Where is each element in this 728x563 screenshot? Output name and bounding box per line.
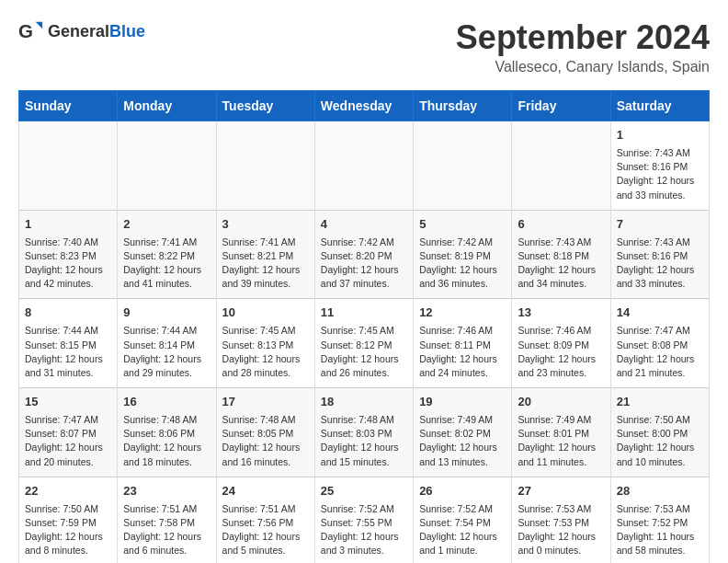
calendar-cell: 24Sunrise: 7:51 AMSunset: 7:56 PMDayligh… <box>216 477 314 563</box>
calendar-cell: 28Sunrise: 7:53 AMSunset: 7:52 PMDayligh… <box>610 477 709 563</box>
daylight-text: Daylight: 12 hours and 3 minutes. <box>321 531 399 556</box>
sunset-text: Sunset: 8:03 PM <box>321 428 392 439</box>
daylight-text: Daylight: 12 hours and 11 minutes. <box>518 442 596 466</box>
sunrise-text: Sunrise: 7:44 AM <box>123 325 197 336</box>
day-number: 19 <box>419 394 506 411</box>
day-number: 17 <box>222 394 309 411</box>
calendar-cell <box>414 121 512 211</box>
daylight-text: Daylight: 12 hours and 39 minutes. <box>222 264 301 289</box>
sunset-text: Sunset: 8:11 PM <box>419 339 491 350</box>
daylight-text: Daylight: 12 hours and 36 minutes. <box>419 264 497 289</box>
day-number: 8 <box>25 304 111 322</box>
calendar-cell: 14Sunrise: 7:47 AMSunset: 8:08 PMDayligh… <box>610 299 709 388</box>
logo-icon: G <box>18 18 44 44</box>
daylight-text: Daylight: 12 hours and 23 minutes. <box>518 353 596 378</box>
sunset-text: Sunset: 8:15 PM <box>25 339 97 350</box>
sunset-text: Sunset: 8:21 PM <box>222 250 294 261</box>
column-header-sunday: Sunday <box>19 91 118 121</box>
calendar-cell: 1Sunrise: 7:40 AMSunset: 8:23 PMDaylight… <box>19 210 118 299</box>
calendar-table: SundayMondayTuesdayWednesdayThursdayFrid… <box>18 90 710 563</box>
calendar-cell: 19Sunrise: 7:49 AMSunset: 8:02 PMDayligh… <box>414 388 512 477</box>
sunset-text: Sunset: 7:58 PM <box>123 517 195 528</box>
calendar-cell: 5Sunrise: 7:42 AMSunset: 8:19 PMDaylight… <box>414 210 512 299</box>
day-number: 28 <box>617 483 703 500</box>
daylight-text: Daylight: 12 hours and 10 minutes. <box>617 442 695 466</box>
day-number: 12 <box>419 304 506 322</box>
sunset-text: Sunset: 8:14 PM <box>123 339 195 350</box>
location-title: Valleseco, Canary Islands, Spain <box>456 59 710 75</box>
sunrise-text: Sunrise: 7:50 AM <box>617 414 690 425</box>
day-number: 5 <box>419 216 506 234</box>
day-number: 25 <box>321 483 407 500</box>
daylight-text: Daylight: 12 hours and 1 minute. <box>419 531 497 556</box>
sunrise-text: Sunrise: 7:49 AM <box>518 414 591 425</box>
calendar-cell: 23Sunrise: 7:51 AMSunset: 7:58 PMDayligh… <box>118 477 216 563</box>
daylight-text: Daylight: 12 hours and 0 minutes. <box>518 531 596 556</box>
calendar-cell <box>118 121 216 211</box>
sunset-text: Sunset: 8:01 PM <box>518 428 589 439</box>
sunset-text: Sunset: 8:07 PM <box>25 428 97 439</box>
daylight-text: Daylight: 12 hours and 18 minutes. <box>123 442 201 466</box>
day-number: 14 <box>617 304 703 322</box>
sunset-text: Sunset: 7:53 PM <box>518 517 589 528</box>
column-header-thursday: Thursday <box>414 91 512 121</box>
sunrise-text: Sunrise: 7:53 AM <box>518 503 591 514</box>
calendar-header-row: SundayMondayTuesdayWednesdayThursdayFrid… <box>19 91 710 121</box>
calendar-week-row: 22Sunrise: 7:50 AMSunset: 7:59 PMDayligh… <box>19 477 710 563</box>
sunset-text: Sunset: 8:18 PM <box>518 250 589 261</box>
sunrise-text: Sunrise: 7:43 AM <box>617 147 690 158</box>
calendar-week-row: 15Sunrise: 7:47 AMSunset: 8:07 PMDayligh… <box>19 388 710 477</box>
sunrise-text: Sunrise: 7:41 AM <box>222 236 296 247</box>
daylight-text: Daylight: 12 hours and 16 minutes. <box>222 442 301 466</box>
calendar-cell: 18Sunrise: 7:48 AMSunset: 8:03 PMDayligh… <box>314 388 413 477</box>
sunrise-text: Sunrise: 7:40 AM <box>25 236 98 247</box>
calendar-cell: 1Sunrise: 7:43 AMSunset: 8:16 PMDaylight… <box>610 121 709 211</box>
daylight-text: Daylight: 12 hours and 13 minutes. <box>419 442 497 466</box>
sunrise-text: Sunrise: 7:46 AM <box>419 325 493 336</box>
sunset-text: Sunset: 8:02 PM <box>419 428 491 439</box>
page-header: G GeneralBlue September 2024 Valleseco, … <box>18 18 710 75</box>
day-number: 23 <box>123 483 210 500</box>
day-number: 1 <box>617 127 703 144</box>
sunset-text: Sunset: 8:22 PM <box>123 250 195 261</box>
daylight-text: Daylight: 12 hours and 5 minutes. <box>222 531 301 556</box>
sunrise-text: Sunrise: 7:48 AM <box>123 414 197 425</box>
calendar-cell: 22Sunrise: 7:50 AMSunset: 7:59 PMDayligh… <box>19 477 118 563</box>
calendar-cell: 13Sunrise: 7:46 AMSunset: 8:09 PMDayligh… <box>512 299 610 388</box>
daylight-text: Daylight: 12 hours and 41 minutes. <box>123 264 201 289</box>
sunrise-text: Sunrise: 7:41 AM <box>123 236 197 247</box>
daylight-text: Daylight: 12 hours and 28 minutes. <box>222 353 301 378</box>
sunrise-text: Sunrise: 7:50 AM <box>25 503 98 514</box>
sunrise-text: Sunrise: 7:51 AM <box>222 503 296 514</box>
day-number: 20 <box>518 394 604 411</box>
day-number: 22 <box>25 483 111 500</box>
sunrise-text: Sunrise: 7:48 AM <box>321 414 394 425</box>
svg-marker-1 <box>36 22 42 29</box>
month-title: September 2024 <box>456 18 710 57</box>
sunrise-text: Sunrise: 7:45 AM <box>222 325 296 336</box>
daylight-text: Daylight: 12 hours and 24 minutes. <box>419 353 497 378</box>
sunset-text: Sunset: 7:54 PM <box>419 517 491 528</box>
calendar-cell: 12Sunrise: 7:46 AMSunset: 8:11 PMDayligh… <box>414 299 512 388</box>
column-header-friday: Friday <box>512 91 610 121</box>
daylight-text: Daylight: 12 hours and 34 minutes. <box>518 264 596 289</box>
calendar-cell: 26Sunrise: 7:52 AMSunset: 7:54 PMDayligh… <box>414 477 512 563</box>
day-number: 6 <box>518 216 604 234</box>
day-number: 13 <box>518 304 604 322</box>
daylight-text: Daylight: 12 hours and 15 minutes. <box>321 442 399 466</box>
calendar-cell: 15Sunrise: 7:47 AMSunset: 8:07 PMDayligh… <box>19 388 118 477</box>
daylight-text: Daylight: 12 hours and 31 minutes. <box>25 353 103 378</box>
calendar-cell: 6Sunrise: 7:43 AMSunset: 8:18 PMDaylight… <box>512 210 610 299</box>
day-number: 11 <box>321 304 407 322</box>
calendar-cell: 16Sunrise: 7:48 AMSunset: 8:06 PMDayligh… <box>118 388 216 477</box>
sunset-text: Sunset: 8:08 PM <box>617 339 688 350</box>
column-header-monday: Monday <box>118 91 216 121</box>
sunset-text: Sunset: 7:52 PM <box>617 517 688 528</box>
sunrise-text: Sunrise: 7:45 AM <box>321 325 394 336</box>
sunset-text: Sunset: 8:00 PM <box>617 428 688 439</box>
calendar-cell: 17Sunrise: 7:48 AMSunset: 8:05 PMDayligh… <box>216 388 314 477</box>
title-section: September 2024 Valleseco, Canary Islands… <box>456 18 710 75</box>
calendar-cell: 3Sunrise: 7:41 AMSunset: 8:21 PMDaylight… <box>216 210 314 299</box>
daylight-text: Daylight: 12 hours and 33 minutes. <box>617 175 695 200</box>
sunset-text: Sunset: 7:56 PM <box>222 517 294 528</box>
